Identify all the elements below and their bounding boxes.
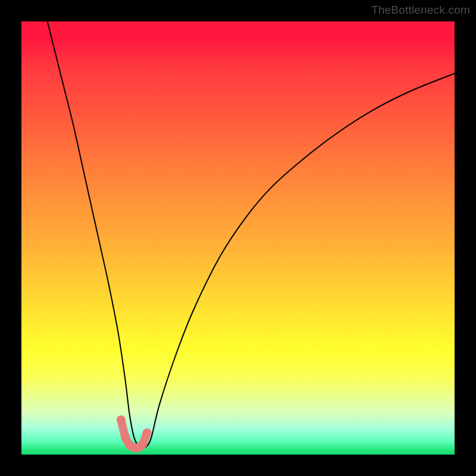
watermark-text: TheBottleneck.com [371, 4, 470, 17]
highlight-dot [138, 440, 147, 449]
chart-frame: TheBottleneck.com [0, 0, 476, 476]
highlight-dot [117, 415, 126, 424]
highlight-dot [143, 428, 152, 437]
bottleneck-curve [48, 21, 455, 448]
curve-overlay [21, 21, 455, 455]
highlight-dot [121, 433, 130, 441]
plot-area [21, 21, 455, 455]
